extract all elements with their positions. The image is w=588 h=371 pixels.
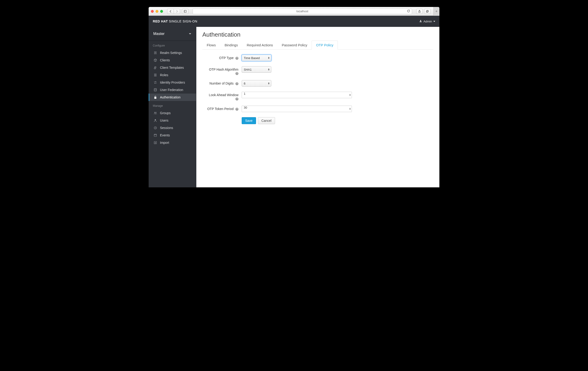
page-title: Authentication [202,31,433,38]
window-close-button[interactable] [151,10,154,13]
cube-icon [154,58,157,62]
sidebar-item-roles[interactable]: Roles [149,71,196,79]
sidebar-item-sessions[interactable]: Sessions [149,124,196,132]
number-spinner-icon[interactable] [349,108,351,110]
sidebar-item-clients[interactable]: Clients [149,56,196,64]
svg-rect-10 [154,97,157,99]
reload-icon[interactable] [407,10,410,13]
help-icon[interactable]: ? [235,97,238,101]
user-menu[interactable]: Admin [419,20,435,23]
sidebar-item-label: Clients [160,58,170,62]
lock-icon [154,95,157,99]
cubes-icon [154,66,157,69]
nav-forward-button[interactable] [174,9,180,14]
brand: RED HAT SINGLE SIGN-ON [153,20,198,23]
sidebar-item-users[interactable]: Users [149,117,196,124]
select-caret-icon [268,69,270,71]
sidebar-item-groups[interactable]: Groups [149,109,196,117]
chevron-down-icon [189,32,191,35]
sidebar: Master Configure Realm Settings Clients [149,27,196,187]
hash-algorithm-select[interactable]: SHA1 [242,66,271,73]
chevron-down-icon [433,21,435,22]
sidebar-toggle-button[interactable] [182,9,189,14]
window-minimize-button[interactable] [156,10,158,13]
database-icon [154,88,157,92]
realm-name: Master [153,32,165,36]
sidebar-item-label: Identity Providers [160,81,185,84]
right-chrome-buttons [416,9,430,14]
address-bar[interactable]: localhost [193,9,412,14]
help-icon[interactable]: ? [235,72,238,75]
share-button[interactable] [416,9,423,14]
sidebar-item-label: Events [160,133,170,137]
nav-back-button[interactable] [167,9,174,14]
look-ahead-window-input[interactable]: 1 [242,92,352,98]
sidebar-item-label: Authentication [160,95,180,99]
label-look-ahead-window: Look Ahead Window ? [202,92,242,101]
brand-bold: RED HAT [153,20,168,23]
realm-selector[interactable]: Master [149,27,196,41]
svg-point-9 [154,88,157,89]
new-tab-button[interactable]: + [433,7,439,16]
clock-icon [154,126,157,130]
tabs-button[interactable] [424,9,430,14]
svg-point-6 [155,51,156,52]
select-caret-icon [268,57,270,59]
svg-rect-15 [154,134,157,137]
otp-policy-form: OTP Type ? Time Based OTP Hash Alg [202,55,433,124]
sidebar-item-events[interactable]: Events [149,132,196,139]
section-label-configure: Configure [149,41,196,49]
help-icon[interactable]: ? [235,108,238,111]
user-icon [154,118,157,122]
sidebar-item-user-federation[interactable]: User Federation [149,86,196,94]
number-of-digits-select[interactable]: 6 [242,80,271,87]
users-icon [154,111,157,115]
sidebar-item-import[interactable]: Import [149,139,196,146]
tab-row: Flows Bindings Required Actions Password… [202,41,433,50]
select-caret-icon [268,83,270,85]
sidebar-item-identity-providers[interactable]: Identity Providers [149,79,196,86]
sliders-icon [154,51,157,55]
nav-button-group [167,9,180,14]
help-icon[interactable]: ? [235,82,238,85]
sidebar-item-label: Realm Settings [160,51,182,55]
label-hash-algorithm: OTP Hash Algorithm ? [202,66,242,75]
svg-point-8 [154,53,155,54]
list-icon [154,73,157,77]
otp-token-period-input[interactable]: 30 [242,106,352,112]
main-content: Authentication Flows Bindings Required A… [196,27,439,187]
exchange-icon [154,81,157,84]
tab-required-actions[interactable]: Required Actions [242,41,277,50]
window-zoom-button[interactable] [160,10,163,13]
number-spinner-icon[interactable] [349,94,351,96]
svg-point-7 [156,53,156,53]
tab-flows[interactable]: Flows [202,41,220,50]
tab-password-policy[interactable]: Password Policy [277,41,312,50]
calendar-icon [154,133,157,137]
sidebar-item-label: Groups [160,111,171,115]
brand-light: SINGLE SIGN-ON [169,20,198,23]
sidebar-item-authentication[interactable]: Authentication [149,94,196,101]
cancel-button[interactable]: Cancel [258,117,275,124]
sidebar-item-realm-settings[interactable]: Realm Settings [149,49,196,56]
otp-type-select[interactable]: Time Based [242,55,271,61]
save-button[interactable]: Save [242,117,256,124]
svg-point-12 [156,112,157,113]
app-header: RED HAT SINGLE SIGN-ON Admin [149,16,439,27]
label-number-of-digits: Number of Digits ? [202,80,242,85]
sidebar-item-client-templates[interactable]: Client Templates [149,64,196,71]
url-text: localhost [296,10,308,13]
help-icon[interactable]: ? [235,57,238,60]
sidebar-item-label: User Federation [160,88,183,92]
section-label-manage: Manage [149,101,196,109]
svg-point-13 [155,119,156,120]
sidebar-item-label: Client Templates [160,66,184,69]
form-actions: Save Cancel [242,117,433,124]
sidebar-item-label: Users [160,118,168,122]
sidebar-item-label: Sessions [160,126,173,130]
app-body: Master Configure Realm Settings Clients [149,27,439,187]
tab-bindings[interactable]: Bindings [220,41,242,50]
import-icon [154,141,157,145]
label-otp-token-period: OTP Token Period ? [202,106,242,111]
tab-otp-policy[interactable]: OTP Policy [312,41,338,50]
